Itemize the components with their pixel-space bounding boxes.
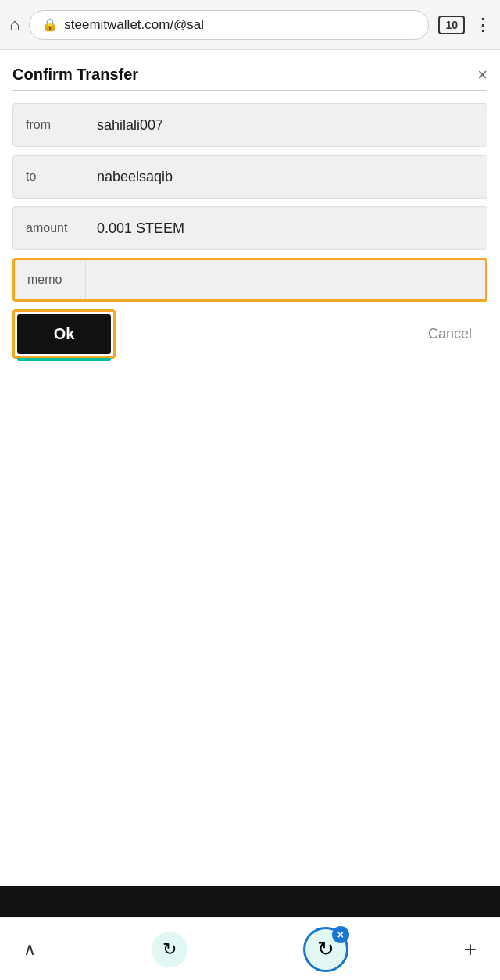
up-arrow-icon[interactable]: ∧ xyxy=(23,939,36,960)
amount-value: 0.001 STEEM xyxy=(84,209,487,248)
browser-chrome: ⌂ 🔒 steemitwallet.com/@sal 10 ⋮ xyxy=(0,0,500,50)
from-value: sahilali007 xyxy=(84,106,487,145)
browser-icon-center[interactable]: ↻ × xyxy=(303,927,348,972)
browser-icon-center-symbol: ↻ xyxy=(317,937,334,961)
ok-button[interactable]: Ok xyxy=(17,314,111,354)
more-options-icon[interactable]: ⋮ xyxy=(474,15,491,35)
lock-icon: 🔒 xyxy=(42,17,58,32)
confirm-transfer-dialog: Confirm Transfer × from sahilali007 to n… xyxy=(0,50,500,374)
close-badge-icon[interactable]: × xyxy=(332,926,349,943)
bottom-black-bar xyxy=(0,886,500,917)
address-bar[interactable]: 🔒 steemitwallet.com/@sal xyxy=(29,10,429,40)
memo-row: memo xyxy=(12,258,488,302)
button-row: Ok Cancel xyxy=(12,309,488,359)
plus-icon[interactable]: + xyxy=(464,937,477,962)
dialog-title: Confirm Transfer xyxy=(12,66,138,84)
cancel-button[interactable]: Cancel xyxy=(412,315,488,353)
header-divider xyxy=(12,90,488,91)
home-icon[interactable]: ⌂ xyxy=(9,15,20,35)
amount-row: amount 0.001 STEEM xyxy=(12,206,488,250)
browser-icon-left[interactable]: ↻ xyxy=(152,932,188,967)
ok-button-wrapper: Ok xyxy=(12,309,116,359)
url-text: steemitwallet.com/@sal xyxy=(64,17,204,33)
amount-label: amount xyxy=(13,221,84,235)
browser-icon-left-symbol: ↻ xyxy=(162,939,177,960)
to-label: to xyxy=(13,170,84,184)
memo-input[interactable] xyxy=(85,261,226,299)
close-button[interactable]: × xyxy=(477,66,488,84)
dialog-header: Confirm Transfer × xyxy=(12,66,488,84)
tab-count[interactable]: 10 xyxy=(438,16,465,34)
memo-label: memo xyxy=(15,273,85,287)
bottom-nav: ∧ ↻ ↻ × + xyxy=(0,917,500,980)
from-row: from sahilali007 xyxy=(12,103,488,147)
to-row: to nabeelsaqib xyxy=(12,155,488,199)
from-label: from xyxy=(13,118,84,132)
to-value: nabeelsaqib xyxy=(84,158,487,196)
